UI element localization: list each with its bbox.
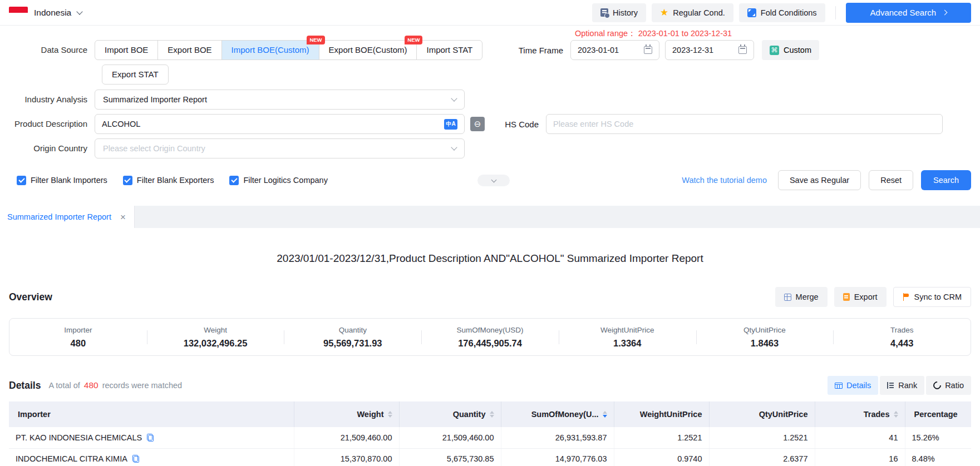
chevron-right-icon: [942, 10, 948, 16]
hs-code-input[interactable]: [553, 120, 935, 128]
report-title: 2023/01/01-2023/12/31,Product Descriptio…: [0, 252, 980, 265]
calendar-icon[interactable]: [738, 46, 747, 54]
command-icon: ⌘: [770, 46, 779, 55]
optional-range-hint: Optional range： 2023-01-01 to 2023-12-31: [575, 28, 732, 39]
industry-analysis-select[interactable]: Summarized Importer Report: [95, 90, 465, 110]
product-description-label: Product Description: [0, 114, 95, 134]
close-icon[interactable]: ×: [120, 212, 126, 222]
calendar-icon[interactable]: [644, 46, 652, 54]
stat-value: 95,569,731.93: [284, 338, 421, 349]
collapse-conditions-pill[interactable]: [477, 175, 510, 186]
stat-value: 4,443: [833, 338, 971, 349]
view-rank-label: Rank: [898, 381, 917, 390]
sort-icon-desc-active[interactable]: [603, 411, 607, 418]
product-description-input[interactable]: [102, 120, 444, 128]
tab-title: Summarized Importer Report: [7, 212, 111, 221]
chevron-down-icon: [77, 8, 83, 14]
col-quantity[interactable]: Quantity: [399, 401, 501, 427]
sum-of-money-cell: 14,970,776.03: [501, 448, 614, 466]
time-frame-row: Time Frame ⌘ Custom: [485, 40, 819, 60]
tab-import-boe-custom[interactable]: Import BOE(Custom) NEW: [221, 40, 319, 60]
importer-name[interactable]: INDOCHEMICAL CITRA KIMIA: [16, 454, 127, 463]
col-trades[interactable]: Trades: [815, 401, 905, 427]
filter-blank-importers-checkbox[interactable]: Filter Blank Importers: [17, 176, 107, 185]
country-selector[interactable]: Indonesia: [9, 7, 82, 19]
sync-to-crm-label: Sync to CRM: [914, 293, 962, 301]
fold-conditions-label: Fold Conditions: [761, 8, 817, 17]
history-button[interactable]: History: [592, 3, 646, 22]
tab-import-stat[interactable]: Import STAT: [416, 40, 482, 60]
save-as-regular-button[interactable]: Save as Regular: [778, 170, 861, 190]
reset-button[interactable]: Reset: [869, 170, 913, 190]
stat-importer: Importer 480: [9, 324, 147, 351]
stat-weight-unit-price: WeightUnitPrice 1.3364: [559, 324, 696, 351]
hs-code-field[interactable]: [546, 114, 943, 134]
copy-icon[interactable]: [147, 434, 154, 442]
tab-export-stat[interactable]: Export STAT: [102, 65, 169, 85]
sort-icon[interactable]: [388, 411, 392, 418]
trades-cell: 41: [815, 427, 905, 448]
view-ratio-label: Ratio: [945, 381, 964, 390]
col-sum-of-money[interactable]: SumOfMoney(U...: [501, 401, 614, 427]
chevron-down-icon: [491, 177, 496, 182]
percentage-cell: 15.26%: [905, 427, 971, 448]
sync-to-crm-button[interactable]: Sync to CRM: [893, 287, 971, 307]
merge-button[interactable]: Merge: [775, 287, 828, 307]
details-heading: Details: [9, 380, 41, 391]
filter-blank-exporters-checkbox[interactable]: Filter Blank Exporters: [123, 176, 214, 185]
importer-name[interactable]: PT. KAO INDONESIA CHEMICALS: [16, 433, 142, 442]
advanced-search-button[interactable]: Advanced Search: [846, 3, 971, 23]
fold-icon: [747, 8, 756, 17]
view-switch: Details Rank Ratio: [828, 376, 971, 395]
export-label: Export: [854, 293, 878, 301]
search-button[interactable]: Search: [921, 170, 971, 190]
view-ratio-button[interactable]: Ratio: [926, 376, 971, 395]
filter-logitics-company-checkbox[interactable]: Filter Logitics Company: [229, 176, 328, 185]
tab-export-boe-custom[interactable]: Export BOE(Custom) NEW: [319, 40, 417, 60]
start-date-input[interactable]: [578, 46, 644, 54]
translate-icon[interactable]: 中A: [444, 119, 457, 130]
sort-icon[interactable]: [894, 411, 898, 418]
tab-summarized-importer-report[interactable]: Summarized Importer Report ×: [0, 206, 135, 228]
end-date-input[interactable]: [672, 46, 738, 54]
col-weight-unit-price: WeightUnitPrice: [614, 401, 709, 427]
tab-export-boe[interactable]: Export BOE: [157, 40, 221, 60]
importer-cell: INDOCHEMICAL CITRA KIMIA: [9, 448, 294, 466]
checkbox-checked-icon: [123, 176, 132, 185]
sort-icon[interactable]: [490, 411, 494, 418]
new-badge: NEW: [405, 36, 422, 44]
divider: [835, 6, 836, 19]
start-date-field[interactable]: [570, 40, 659, 60]
tab-import-boe[interactable]: Import BOE: [95, 40, 158, 60]
checkbox-checked-icon: [17, 176, 26, 185]
fold-conditions-button[interactable]: Fold Conditions: [739, 3, 825, 22]
end-date-field[interactable]: [665, 40, 754, 60]
details-header: Details A total of 480 records were matc…: [9, 376, 971, 395]
view-rank-button[interactable]: Rank: [880, 376, 924, 395]
stat-quantity: Quantity 95,569,731.93: [284, 324, 421, 351]
qty-unit-price-cell: 2.6377: [709, 448, 815, 466]
stat-trades: Trades 4,443: [833, 324, 971, 351]
stat-value: 1.3364: [559, 338, 696, 349]
stat-weight: Weight 132,032,496.25: [147, 324, 284, 351]
sync-crm-icon: [903, 293, 910, 301]
new-badge: NEW: [307, 36, 324, 44]
custom-range-button[interactable]: ⌘ Custom: [762, 40, 819, 60]
col-sum-of-money-label: SumOfMoney(U...: [531, 410, 599, 419]
table-header-row: Importer Weight Quantity SumOfMoney(U...…: [9, 401, 971, 427]
tutorial-link[interactable]: Watch the tutorial demo: [682, 176, 767, 185]
copy-icon[interactable]: [132, 455, 139, 463]
match-prefix: A total of: [48, 381, 80, 390]
export-button[interactable]: Export: [834, 287, 887, 307]
exclude-keyword-icon[interactable]: ⊖: [470, 117, 485, 131]
regular-cond-button[interactable]: ★ Regular Cond.: [652, 3, 733, 22]
view-details-button[interactable]: Details: [828, 376, 878, 395]
stat-value: 1.8463: [696, 338, 834, 349]
table-grid-icon: [835, 383, 843, 389]
col-weight-label: Weight: [357, 410, 383, 419]
product-description-field[interactable]: 中A: [95, 114, 465, 134]
col-weight[interactable]: Weight: [294, 401, 399, 427]
origin-country-select[interactable]: Please select Origin Country: [95, 138, 465, 158]
merge-label: Merge: [796, 293, 819, 301]
col-importer: Importer: [9, 401, 294, 427]
